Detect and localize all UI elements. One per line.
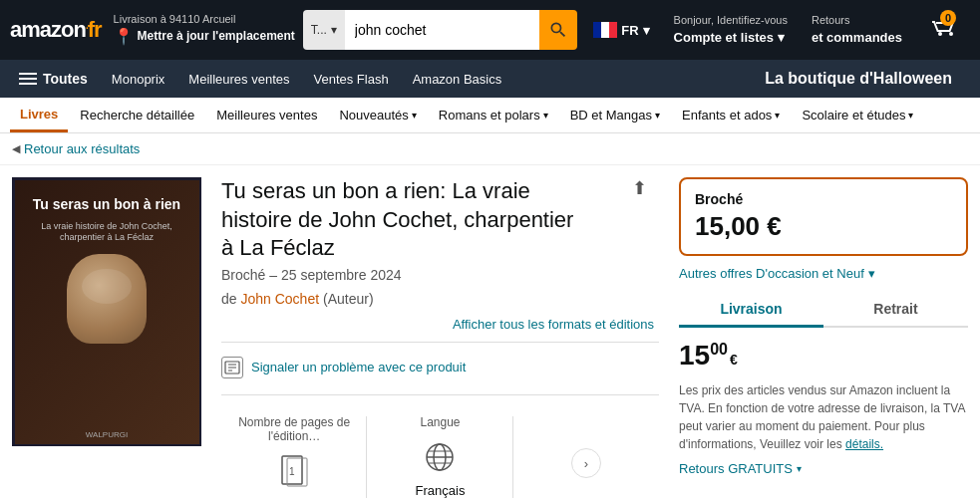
spec-more[interactable]: ›	[513, 405, 659, 498]
chevron-down-icon: ▾	[643, 23, 650, 38]
product-title: Tu seras un bon a rien: La vraie histoir…	[221, 177, 629, 263]
book-cover-art: Tu seras un bon à rien La vraie histoire…	[15, 180, 199, 444]
account-lists-label: Compte et listes ▾	[674, 29, 788, 47]
svg-rect-0	[593, 22, 601, 38]
chevron-down-icon: ▾	[797, 463, 802, 474]
book-publisher-label: WALPURGI	[15, 430, 199, 439]
chevron-down-icon: ▾	[331, 23, 337, 37]
price-box: Broché 15,00 €	[679, 177, 968, 256]
chevron-right-icon[interactable]: ›	[571, 448, 601, 478]
chevron-down-icon: ▾	[412, 110, 417, 121]
spec-language: Langue Français	[367, 405, 512, 498]
book-cover-title: Tu seras un bon à rien	[33, 195, 180, 213]
spec-language-icon	[420, 437, 460, 477]
product-author: de John Cochet (Auteur)	[221, 291, 659, 307]
svg-point-4	[949, 32, 953, 36]
tab-delivery[interactable]: Livraison	[679, 293, 823, 328]
formats-link[interactable]: Afficher tous les formats et éditions	[221, 317, 659, 332]
price-main: 15,00 €	[695, 211, 952, 242]
svg-text:1: 1	[289, 466, 295, 477]
delivery-location[interactable]: Livraison à 94110 Arcueil 📍 Mettre à jou…	[114, 12, 295, 47]
svg-point-3	[938, 32, 942, 36]
chevron-down-icon: ▾	[908, 110, 913, 121]
books-sub-navigation: Livres Recherche détaillée Meilleures ve…	[0, 98, 980, 133]
all-categories-label: Toutes	[43, 71, 88, 87]
chevron-down-icon: ▾	[543, 110, 548, 121]
price-display: 1500€	[679, 340, 968, 372]
report-problem-label: Signaler un problème avec ce produit	[251, 360, 466, 374]
svg-rect-2	[609, 22, 617, 38]
search-category-selector[interactable]: T... ▾	[303, 10, 345, 50]
product-format-date: Broché – 25 septembre 2024	[221, 267, 659, 283]
specs-grid: Nombre de pages de l'édition… 1 132 page…	[221, 394, 659, 498]
breadcrumb-back-link[interactable]: Retour aux résultats	[24, 141, 140, 156]
returns-label: Retours	[812, 13, 902, 28]
product-title-row: Tu seras un bon a rien: La vraie histoir…	[221, 177, 659, 263]
price-format-label: Broché	[695, 191, 952, 207]
chevron-down-icon: ▾	[775, 110, 780, 121]
price-description: Les prix des articles vendus sur Amazon …	[679, 381, 968, 453]
spec-pages: Nombre de pages de l'édition… 1 132 page…	[221, 405, 367, 498]
free-returns-label: Retours GRATUITS	[679, 461, 793, 476]
hamburger-icon	[19, 73, 37, 85]
search-icon	[548, 20, 568, 40]
books-nav-romans[interactable]: Romans et polars ▾	[429, 98, 558, 132]
nav-item-flash-sales[interactable]: Ventes Flash	[302, 60, 399, 98]
account-greeting: Bonjour, Identifiez-vous	[674, 13, 788, 28]
chevron-down-icon: ▾	[868, 266, 875, 281]
language-selector[interactable]: FR ▾	[585, 22, 657, 38]
price-sidebar: Broché 15,00 € Autres offres D'occasion …	[679, 177, 968, 498]
search-button[interactable]	[539, 10, 577, 50]
main-content: Tu seras un bon à rien La vraie histoire…	[0, 165, 980, 498]
book-image[interactable]: Tu seras un bon à rien La vraie histoire…	[12, 177, 201, 446]
books-nav-best-sellers[interactable]: Meilleures ventes	[206, 98, 327, 132]
orders-label: et commandes	[812, 29, 902, 47]
nav-item-monoprix[interactable]: Monoprix	[101, 60, 175, 98]
author-link[interactable]: John Cochet	[240, 291, 319, 307]
amazon-logo[interactable]: amazon.fr	[10, 17, 106, 43]
share-icon[interactable]: ⬆	[632, 177, 647, 199]
other-offers-link[interactable]: Autres offres D'occasion et Neuf ▾	[679, 266, 968, 281]
books-nav-new[interactable]: Nouveautés ▾	[329, 98, 426, 132]
price-details-link[interactable]: détails.	[845, 437, 883, 451]
halloween-banner[interactable]: La boutique d'Halloween	[765, 70, 972, 88]
price-big: 1500€	[679, 340, 968, 372]
books-nav-livres[interactable]: Livres	[10, 98, 68, 132]
chevron-down-icon: ▾	[655, 110, 660, 121]
language-label: FR	[621, 23, 638, 38]
spec-language-value: Français	[416, 483, 466, 498]
spec-pages-icon: 1	[274, 451, 314, 491]
spec-pages-label: Nombre de pages de l'édition…	[231, 415, 357, 443]
books-nav-bd[interactable]: BD et Mangas ▾	[560, 98, 670, 132]
books-nav-detailed-search[interactable]: Recherche détaillée	[70, 98, 204, 132]
nav-item-best-sellers[interactable]: Meilleures ventes	[177, 60, 300, 98]
all-categories-menu[interactable]: Toutes	[8, 60, 99, 98]
location-pin-icon: 📍	[114, 27, 134, 48]
report-problem-button[interactable]: Signaler un problème avec ce produit	[221, 351, 659, 384]
top-navigation: amazon.fr Livraison à 94110 Arcueil 📍 Me…	[0, 0, 980, 60]
product-info: Tu seras un bon a rien: La vraie histoir…	[221, 177, 659, 498]
free-returns-link[interactable]: Retours GRATUITS ▾	[679, 461, 968, 476]
returns-menu[interactable]: Retours et commandes	[804, 13, 910, 47]
books-nav-school[interactable]: Scolaire et études ▾	[792, 98, 923, 132]
divider	[221, 342, 659, 343]
tab-pickup[interactable]: Retrait	[823, 293, 968, 328]
cart-button[interactable]: 0	[918, 8, 970, 52]
breadcrumb-arrow: ◀	[12, 142, 20, 155]
nav-item-amazon-basics[interactable]: Amazon Basics	[402, 60, 513, 98]
france-flag-icon	[593, 22, 617, 38]
account-menu[interactable]: Bonjour, Identifiez-vous Compte et liste…	[666, 13, 796, 47]
secondary-navigation: Toutes Monoprix Meilleures ventes Ventes…	[0, 60, 980, 98]
svg-rect-1	[601, 22, 609, 38]
other-offers-label: Autres offres D'occasion et Neuf	[679, 266, 864, 281]
book-cover-subtitle: La vraie histoire de John Cochet, charpe…	[25, 221, 189, 244]
chevron-down-icon: ▾	[778, 30, 785, 45]
search-input[interactable]	[345, 10, 539, 50]
spec-language-label: Langue	[420, 415, 460, 429]
book-cover-face-image	[67, 254, 147, 344]
delivery-tabs: Livraison Retrait	[679, 293, 968, 328]
search-bar: T... ▾	[303, 10, 577, 50]
books-nav-kids[interactable]: Enfants et ados ▾	[672, 98, 790, 132]
cart-count-badge: 0	[940, 10, 956, 26]
search-category-label: T...	[311, 23, 327, 37]
